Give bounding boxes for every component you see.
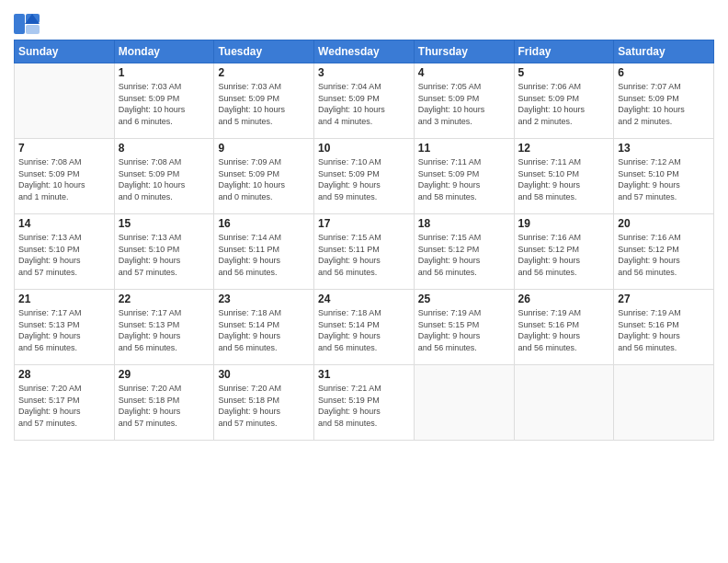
day-cell: 30Sunrise: 7:20 AMSunset: 5:18 PMDayligh… [214,365,314,441]
day-cell: 12Sunrise: 7:11 AMSunset: 5:10 PMDayligh… [514,139,614,214]
day-cell: 26Sunrise: 7:19 AMSunset: 5:16 PMDayligh… [514,290,614,365]
weekday-header-tuesday: Tuesday [214,40,314,63]
day-number: 5 [518,66,610,79]
day-cell: 8Sunrise: 7:08 AMSunset: 5:09 PMDaylight… [114,139,214,214]
day-cell: 25Sunrise: 7:19 AMSunset: 5:15 PMDayligh… [414,290,514,365]
day-cell: 7Sunrise: 7:08 AMSunset: 5:09 PMDaylight… [15,139,115,214]
calendar-container: SundayMondayTuesdayWednesdayThursdayFrid… [0,0,728,450]
day-number: 12 [518,142,610,155]
day-number: 11 [418,142,510,155]
weekday-header-sunday: Sunday [15,40,115,63]
day-cell: 22Sunrise: 7:17 AMSunset: 5:13 PMDayligh… [114,290,214,365]
day-cell: 23Sunrise: 7:18 AMSunset: 5:14 PMDayligh… [214,290,314,365]
day-cell: 2Sunrise: 7:03 AMSunset: 5:09 PMDaylight… [214,63,314,139]
day-number: 28 [18,368,110,381]
day-number: 4 [418,66,510,79]
day-info: Sunrise: 7:21 AMSunset: 5:19 PMDaylight:… [318,383,410,429]
logo-icon [14,14,40,34]
day-cell: 24Sunrise: 7:18 AMSunset: 5:14 PMDayligh… [314,290,415,365]
day-cell: 11Sunrise: 7:11 AMSunset: 5:09 PMDayligh… [414,139,514,214]
day-number: 29 [119,368,210,381]
day-info: Sunrise: 7:03 AMSunset: 5:09 PMDaylight:… [218,81,310,127]
day-number: 31 [318,368,410,381]
day-info: Sunrise: 7:19 AMSunset: 5:16 PMDaylight:… [618,307,710,353]
day-number: 27 [618,293,710,305]
day-info: Sunrise: 7:17 AMSunset: 5:13 PMDaylight:… [119,307,210,353]
day-cell: 3Sunrise: 7:04 AMSunset: 5:09 PMDaylight… [314,63,415,139]
day-cell: 9Sunrise: 7:09 AMSunset: 5:09 PMDaylight… [214,139,314,214]
day-number: 13 [618,142,710,155]
weekday-header-saturday: Saturday [614,40,714,63]
day-info: Sunrise: 7:19 AMSunset: 5:15 PMDaylight:… [418,307,510,353]
day-info: Sunrise: 7:20 AMSunset: 5:18 PMDaylight:… [218,383,310,429]
day-info: Sunrise: 7:11 AMSunset: 5:09 PMDaylight:… [418,156,510,202]
week-row-5: 28Sunrise: 7:20 AMSunset: 5:17 PMDayligh… [15,365,714,441]
day-cell: 28Sunrise: 7:20 AMSunset: 5:17 PMDayligh… [15,365,115,441]
weekday-header-friday: Friday [514,40,614,63]
day-number: 3 [318,66,410,79]
calendar-table: SundayMondayTuesdayWednesdayThursdayFrid… [14,40,714,441]
day-cell: 4Sunrise: 7:05 AMSunset: 5:09 PMDaylight… [414,63,514,139]
day-info: Sunrise: 7:19 AMSunset: 5:16 PMDaylight:… [518,307,610,353]
week-row-1: 1Sunrise: 7:03 AMSunset: 5:09 PMDaylight… [15,63,714,139]
svg-rect-0 [14,14,25,34]
day-info: Sunrise: 7:09 AMSunset: 5:09 PMDaylight:… [218,156,310,202]
day-number: 7 [18,142,110,155]
day-number: 19 [518,217,610,230]
day-number: 15 [119,217,210,230]
day-info: Sunrise: 7:05 AMSunset: 5:09 PMDaylight:… [418,81,510,127]
day-info: Sunrise: 7:08 AMSunset: 5:09 PMDaylight:… [18,156,110,202]
day-number: 9 [218,142,310,155]
day-info: Sunrise: 7:14 AMSunset: 5:11 PMDaylight:… [218,232,310,278]
day-cell: 15Sunrise: 7:13 AMSunset: 5:10 PMDayligh… [114,214,214,290]
header [14,9,714,34]
svg-rect-2 [26,25,40,34]
day-info: Sunrise: 7:16 AMSunset: 5:12 PMDaylight:… [518,232,610,278]
day-info: Sunrise: 7:07 AMSunset: 5:09 PMDaylight:… [618,81,710,127]
day-number: 14 [18,217,110,230]
weekday-header-thursday: Thursday [414,40,514,63]
day-cell: 10Sunrise: 7:10 AMSunset: 5:09 PMDayligh… [314,139,415,214]
weekday-header-wednesday: Wednesday [314,40,415,63]
day-number: 16 [218,217,310,230]
day-info: Sunrise: 7:16 AMSunset: 5:12 PMDaylight:… [618,232,710,278]
day-cell: 21Sunrise: 7:17 AMSunset: 5:13 PMDayligh… [15,290,115,365]
day-info: Sunrise: 7:17 AMSunset: 5:13 PMDaylight:… [18,307,110,353]
day-info: Sunrise: 7:18 AMSunset: 5:14 PMDaylight:… [318,307,410,353]
day-info: Sunrise: 7:03 AMSunset: 5:09 PMDaylight:… [119,81,210,127]
day-number: 26 [518,293,610,305]
day-info: Sunrise: 7:10 AMSunset: 5:09 PMDaylight:… [318,156,410,202]
day-cell [514,365,614,441]
day-number: 22 [119,293,210,305]
day-cell: 5Sunrise: 7:06 AMSunset: 5:09 PMDaylight… [514,63,614,139]
day-info: Sunrise: 7:13 AMSunset: 5:10 PMDaylight:… [18,232,110,278]
week-row-2: 7Sunrise: 7:08 AMSunset: 5:09 PMDaylight… [15,139,714,214]
day-number: 20 [618,217,710,230]
day-info: Sunrise: 7:08 AMSunset: 5:09 PMDaylight:… [119,156,210,202]
day-cell: 16Sunrise: 7:14 AMSunset: 5:11 PMDayligh… [214,214,314,290]
day-cell [15,63,115,139]
week-row-4: 21Sunrise: 7:17 AMSunset: 5:13 PMDayligh… [15,290,714,365]
day-number: 21 [18,293,110,305]
weekday-header-row: SundayMondayTuesdayWednesdayThursdayFrid… [15,40,714,63]
day-number: 24 [318,293,410,305]
day-cell: 17Sunrise: 7:15 AMSunset: 5:11 PMDayligh… [314,214,415,290]
day-cell: 19Sunrise: 7:16 AMSunset: 5:12 PMDayligh… [514,214,614,290]
day-number: 2 [218,66,310,79]
day-cell [414,365,514,441]
day-cell: 1Sunrise: 7:03 AMSunset: 5:09 PMDaylight… [114,63,214,139]
day-number: 6 [618,66,710,79]
day-cell: 27Sunrise: 7:19 AMSunset: 5:16 PMDayligh… [614,290,714,365]
day-cell: 29Sunrise: 7:20 AMSunset: 5:18 PMDayligh… [114,365,214,441]
day-cell: 6Sunrise: 7:07 AMSunset: 5:09 PMDaylight… [614,63,714,139]
week-row-3: 14Sunrise: 7:13 AMSunset: 5:10 PMDayligh… [15,214,714,290]
day-number: 8 [119,142,210,155]
day-cell: 31Sunrise: 7:21 AMSunset: 5:19 PMDayligh… [314,365,415,441]
day-cell: 18Sunrise: 7:15 AMSunset: 5:12 PMDayligh… [414,214,514,290]
day-info: Sunrise: 7:11 AMSunset: 5:10 PMDaylight:… [518,156,610,202]
logo [14,14,42,34]
day-info: Sunrise: 7:18 AMSunset: 5:14 PMDaylight:… [218,307,310,353]
day-number: 23 [218,293,310,305]
day-info: Sunrise: 7:20 AMSunset: 5:18 PMDaylight:… [119,383,210,429]
day-info: Sunrise: 7:13 AMSunset: 5:10 PMDaylight:… [119,232,210,278]
